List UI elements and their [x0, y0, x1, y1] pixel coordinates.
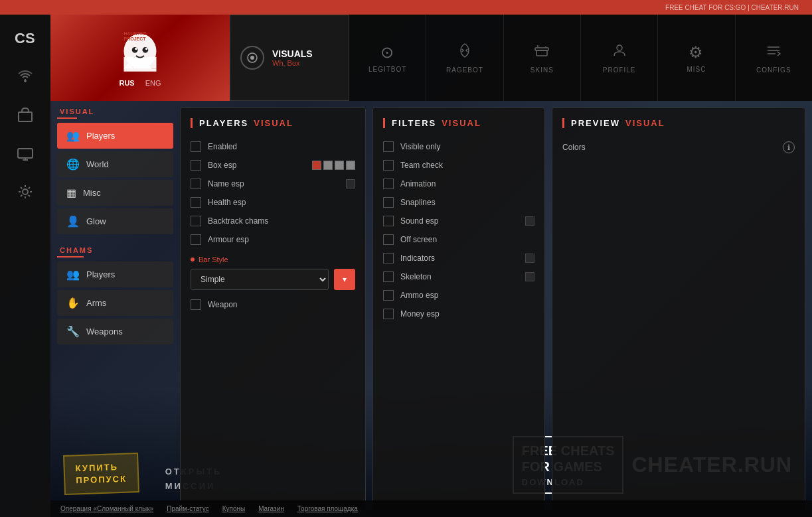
bar-style-select[interactable]: Simple Gradient Outlined	[191, 269, 329, 290]
visual-section-label: VISUAL	[57, 108, 77, 119]
menu-players-btn[interactable]: 👥 Players	[57, 123, 173, 149]
name-esp-checkbox[interactable]	[191, 179, 201, 189]
header: HAUNTED PROJECT RUS ENG VISUALS Wh, Box	[50, 15, 812, 101]
ghost-logo: HAUNTED PROJECT	[117, 28, 163, 74]
animation-label: Animation	[400, 179, 534, 188]
svg-text:PROJECT: PROJECT	[124, 37, 147, 41]
preview-colors-row: Colors ℹ	[562, 137, 795, 157]
preview-info-icon[interactable]: ℹ	[783, 141, 795, 153]
svg-text:HAUNTED: HAUNTED	[124, 31, 147, 35]
indicators-checkbox[interactable]	[383, 253, 394, 263]
sound-esp-checkbox[interactable]	[383, 216, 394, 226]
svg-point-10	[132, 46, 138, 52]
color-box-3[interactable]	[335, 161, 344, 170]
sidebar-tv-icon[interactable]	[9, 137, 42, 170]
svg-point-6	[23, 189, 28, 194]
skeleton-extra[interactable]	[525, 272, 534, 281]
sound-esp-extra[interactable]	[525, 216, 534, 226]
bottom-nav-item-1[interactable]: Операция «Сломанный клык»	[60, 505, 153, 512]
filter-animation: Animation	[383, 175, 534, 193]
bottom-nav-item-5[interactable]: Торговая площадка	[297, 505, 358, 512]
chams-players-label: Players	[86, 269, 115, 279]
name-esp-label: Name esp	[208, 179, 346, 188]
bottom-nav-item-4[interactable]: Магазин	[258, 505, 284, 512]
lang-buttons: RUS ENG	[116, 78, 163, 88]
sidebar-settings-icon[interactable]	[9, 175, 42, 208]
svg-point-12	[135, 47, 137, 50]
visuals-active-tab[interactable]: VISUALS Wh, Box	[230, 15, 349, 101]
players-title-main: PLAYERS	[199, 118, 248, 128]
enabled-checkbox[interactable]	[191, 141, 201, 152]
lang-eng[interactable]: ENG	[143, 78, 164, 88]
bar-style-text: Bar Style	[199, 256, 228, 263]
chams-weapons-btn[interactable]: 🔧 Weapons	[57, 319, 173, 344]
svg-point-22	[617, 45, 622, 50]
money-esp-checkbox[interactable]	[383, 309, 394, 319]
sidebar-wifi-icon[interactable]	[9, 60, 42, 93]
profile-icon	[611, 42, 627, 62]
skeleton-label: Skeleton	[400, 272, 525, 281]
nav-ragebot-label: RAGEBOT	[446, 66, 483, 74]
world-icon: 🌐	[66, 158, 80, 171]
nav-ragebot[interactable]: RAGEBOT	[426, 15, 503, 101]
name-esp-extra-check[interactable]	[346, 179, 355, 188]
health-esp-checkbox[interactable]	[191, 197, 201, 208]
dropdown-row: Simple Gradient Outlined ▾	[191, 269, 355, 290]
chams-arms-btn[interactable]: ✋ Arms	[57, 290, 173, 316]
top-banner: FREE CHEAT FOR CS:GO | CHEATER.RUN	[0, 0, 812, 15]
panels-row: VISUAL 👥 Players 🌐 World ▦ Misc 👤 Glow C…	[50, 101, 812, 517]
bottom-nav-item-2[interactable]: Прайм-статус	[167, 505, 209, 512]
ammo-esp-label: Ammo esp	[400, 291, 534, 300]
chams-section-label: CHAMS	[57, 246, 84, 258]
players-visual-panel: PLAYERS VISUAL Enabled Box esp	[180, 108, 366, 510]
chams-arms-icon: ✋	[66, 297, 80, 309]
chams-players-btn[interactable]: 👥 Players	[57, 261, 173, 287]
backtrack-checkbox[interactable]	[191, 216, 201, 226]
box-esp-checkbox[interactable]	[191, 160, 201, 171]
bar-style-section: Bar Style Simple Gradient Outlined ▾	[191, 256, 355, 290]
animation-checkbox[interactable]	[383, 179, 394, 189]
visible-only-checkbox[interactable]	[383, 141, 394, 152]
nav-skins[interactable]: SKINS	[504, 15, 581, 101]
nav-legitbot[interactable]: ⊙ LEGITBOT	[349, 15, 426, 101]
snaplines-checkbox[interactable]	[383, 197, 394, 208]
menu-world-btn[interactable]: 🌐 World	[57, 151, 173, 177]
team-check-label: Team check	[400, 161, 534, 170]
filter-sound-esp: Sound esp	[383, 212, 534, 230]
backtrack-label: Backtrack chams	[208, 216, 355, 226]
bar-style-label: Bar Style	[191, 256, 355, 263]
armour-esp-label: Armour esp	[208, 235, 355, 244]
glow-icon: 👤	[66, 215, 80, 228]
ammo-esp-checkbox[interactable]	[383, 290, 394, 301]
dropdown-arrow-btn[interactable]: ▾	[334, 269, 355, 290]
color-box-4[interactable]	[346, 161, 355, 170]
filter-indicators: Indicators	[383, 249, 534, 267]
color-box-2[interactable]	[323, 161, 333, 170]
visible-only-label: Visible only	[400, 142, 534, 151]
team-check-checkbox[interactable]	[383, 160, 394, 171]
ragebot-icon	[457, 42, 473, 62]
nav-configs[interactable]: CONFIGS	[736, 15, 812, 101]
sidebar-cs-icon[interactable]: CS	[9, 21, 42, 54]
lang-rus[interactable]: RUS	[116, 78, 137, 88]
off-screen-checkbox[interactable]	[383, 234, 394, 245]
nav-profile-label: PROFILE	[603, 66, 636, 74]
color-box-1[interactable]	[312, 161, 321, 170]
menu-glow-btn[interactable]: 👤 Glow	[57, 208, 173, 234]
indicators-extra[interactable]	[525, 254, 534, 263]
menu-misc-btn[interactable]: ▦ Misc	[57, 180, 173, 206]
nav-profile[interactable]: PROFILE	[581, 15, 658, 101]
armour-esp-checkbox[interactable]	[191, 234, 201, 245]
bottom-nav-item-3[interactable]: Купоны	[222, 505, 246, 512]
filter-off-screen: Off screen	[383, 230, 534, 249]
enabled-label: Enabled	[208, 142, 355, 151]
visual-menu-panel: VISUAL 👥 Players 🌐 World ▦ Misc 👤 Glow C…	[57, 108, 173, 510]
indicators-label: Indicators	[400, 254, 525, 263]
nav-misc[interactable]: ⚙ MISC	[658, 15, 735, 101]
weapon-checkbox[interactable]	[191, 299, 201, 310]
skeleton-checkbox[interactable]	[383, 271, 394, 282]
players-icon: 👥	[66, 129, 80, 142]
filters-title-main: FILTERS	[392, 118, 436, 128]
svg-point-11	[143, 46, 149, 52]
sidebar-shop-icon[interactable]	[9, 98, 42, 131]
